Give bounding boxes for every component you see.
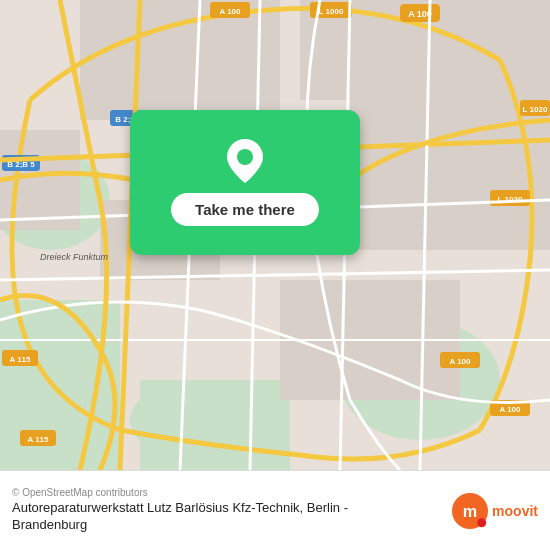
take-me-there-button[interactable]: Take me there (171, 193, 319, 226)
svg-text:Dreieck Funktum: Dreieck Funktum (40, 252, 109, 262)
svg-rect-5 (140, 380, 290, 470)
svg-text:A 100: A 100 (499, 405, 521, 414)
moovit-text: moovit (492, 503, 538, 519)
svg-rect-6 (80, 0, 280, 120)
svg-text:A 100: A 100 (449, 357, 471, 366)
popup-overlay: Take me there (130, 110, 360, 255)
svg-text:L 1020: L 1020 (523, 105, 548, 114)
map-attribution: © OpenStreetMap contributors (12, 487, 392, 498)
svg-text:L 1000: L 1000 (319, 7, 344, 16)
place-name: Autoreparaturwerkstatt Lutz Barlösius Kf… (12, 500, 392, 534)
svg-text:A 115: A 115 (9, 355, 31, 364)
moovit-logo: m moovit (452, 493, 538, 529)
map-container: A 100 L 1020 L 1020 A 100 A 100 A 100 L … (0, 0, 550, 470)
moovit-icon: m (452, 493, 488, 529)
svg-point-47 (477, 518, 486, 527)
svg-text:A 115: A 115 (27, 435, 49, 444)
bottom-left: © OpenStreetMap contributors Autoreparat… (12, 487, 392, 534)
svg-point-44 (237, 149, 253, 165)
bottom-bar: © OpenStreetMap contributors Autoreparat… (0, 470, 550, 550)
location-pin-icon (227, 139, 263, 183)
svg-text:m: m (463, 502, 477, 520)
svg-text:A 100: A 100 (219, 7, 241, 16)
